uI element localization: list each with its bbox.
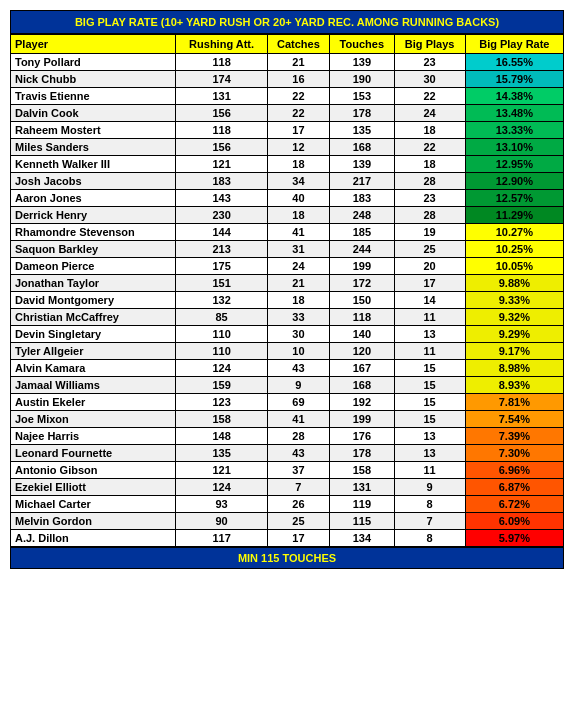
stat-cell: 15 [394, 394, 465, 411]
big-play-rate-cell: 14.38% [465, 88, 563, 105]
player-name: Melvin Gordon [11, 513, 176, 530]
player-name: Jonathan Taylor [11, 275, 176, 292]
stat-cell: 124 [176, 360, 267, 377]
table-row: Ezekiel Elliott124713196.87% [11, 479, 564, 496]
player-name: Antonio Gibson [11, 462, 176, 479]
big-play-rate-cell: 6.72% [465, 496, 563, 513]
stat-cell: 11 [394, 343, 465, 360]
player-name: Joe Mixon [11, 411, 176, 428]
table-row: Aaron Jones143401832312.57% [11, 190, 564, 207]
stat-cell: 8 [394, 496, 465, 513]
table-row: Joe Mixon15841199157.54% [11, 411, 564, 428]
stat-cell: 143 [176, 190, 267, 207]
big-play-rate-cell: 13.10% [465, 139, 563, 156]
player-name: Rhamondre Stevenson [11, 224, 176, 241]
player-name: Michael Carter [11, 496, 176, 513]
player-name: Christian McCaffrey [11, 309, 176, 326]
stat-cell: 17 [267, 122, 329, 139]
col-player: Player [11, 35, 176, 54]
big-play-rate-cell: 12.90% [465, 173, 563, 190]
stat-cell: 24 [394, 105, 465, 122]
table-row: Josh Jacobs183342172812.90% [11, 173, 564, 190]
stat-cell: 124 [176, 479, 267, 496]
player-name: Aaron Jones [11, 190, 176, 207]
big-play-rate-cell: 9.17% [465, 343, 563, 360]
big-play-rate-cell: 6.87% [465, 479, 563, 496]
stat-cell: 25 [267, 513, 329, 530]
stat-cell: 9 [267, 377, 329, 394]
stat-cell: 22 [394, 139, 465, 156]
header-row: Player Rushing Att. Catches Touches Big … [11, 35, 564, 54]
stat-cell: 139 [330, 54, 394, 71]
stat-cell: 168 [330, 377, 394, 394]
stat-cell: 175 [176, 258, 267, 275]
stat-cell: 230 [176, 207, 267, 224]
stat-cell: 37 [267, 462, 329, 479]
big-play-rate-cell: 9.33% [465, 292, 563, 309]
stat-cell: 14 [394, 292, 465, 309]
stat-cell: 199 [330, 411, 394, 428]
stat-cell: 132 [176, 292, 267, 309]
stat-cell: 17 [267, 530, 329, 547]
player-name: Tony Pollard [11, 54, 176, 71]
big-play-rate-cell: 12.57% [465, 190, 563, 207]
stat-cell: 174 [176, 71, 267, 88]
big-play-rate-cell: 10.25% [465, 241, 563, 258]
table-row: Kenneth Walker III121181391812.95% [11, 156, 564, 173]
stat-cell: 18 [394, 156, 465, 173]
big-play-rate-cell: 9.32% [465, 309, 563, 326]
big-play-rate-cell: 8.98% [465, 360, 563, 377]
table-row: Dameon Pierce175241992010.05% [11, 258, 564, 275]
col-touches: Touches [330, 35, 394, 54]
stat-cell: 18 [394, 122, 465, 139]
stat-cell: 11 [394, 462, 465, 479]
stat-cell: 183 [330, 190, 394, 207]
stat-cell: 168 [330, 139, 394, 156]
player-name: Leonard Fournette [11, 445, 176, 462]
big-play-rate-cell: 12.95% [465, 156, 563, 173]
stat-cell: 40 [267, 190, 329, 207]
stat-cell: 16 [267, 71, 329, 88]
table-row: Austin Ekeler12369192157.81% [11, 394, 564, 411]
big-play-rate-cell: 10.05% [465, 258, 563, 275]
stat-cell: 7 [394, 513, 465, 530]
player-name: Nick Chubb [11, 71, 176, 88]
big-play-rate-cell: 6.09% [465, 513, 563, 530]
table-footer: MIN 115 TOUCHES [10, 547, 564, 569]
player-name: David Montgomery [11, 292, 176, 309]
stat-cell: 8 [394, 530, 465, 547]
table-row: Travis Etienne131221532214.38% [11, 88, 564, 105]
player-name: Najee Harris [11, 428, 176, 445]
stat-cell: 158 [176, 411, 267, 428]
player-name: Dalvin Cook [11, 105, 176, 122]
stat-cell: 43 [267, 360, 329, 377]
player-name: Josh Jacobs [11, 173, 176, 190]
player-name: Austin Ekeler [11, 394, 176, 411]
big-play-rate-cell: 10.27% [465, 224, 563, 241]
stat-cell: 158 [330, 462, 394, 479]
big-play-rate-cell: 7.30% [465, 445, 563, 462]
table-row: Jamaal Williams1599168158.93% [11, 377, 564, 394]
stat-cell: 144 [176, 224, 267, 241]
stat-cell: 28 [394, 173, 465, 190]
col-bigplays: Big Plays [394, 35, 465, 54]
stat-cell: 12 [267, 139, 329, 156]
table-row: Nick Chubb174161903015.79% [11, 71, 564, 88]
stat-cell: 120 [330, 343, 394, 360]
player-name: Kenneth Walker III [11, 156, 176, 173]
stat-cell: 192 [330, 394, 394, 411]
stat-cell: 156 [176, 139, 267, 156]
stat-cell: 110 [176, 326, 267, 343]
stat-cell: 135 [176, 445, 267, 462]
table-row: Miles Sanders156121682213.10% [11, 139, 564, 156]
stat-cell: 244 [330, 241, 394, 258]
big-play-rate-cell: 7.39% [465, 428, 563, 445]
stat-cell: 69 [267, 394, 329, 411]
stat-cell: 131 [330, 479, 394, 496]
stat-cell: 18 [267, 207, 329, 224]
table-row: David Montgomery13218150149.33% [11, 292, 564, 309]
big-play-rate-cell: 8.93% [465, 377, 563, 394]
big-play-rate-cell: 7.81% [465, 394, 563, 411]
player-name: Dameon Pierce [11, 258, 176, 275]
stat-cell: 115 [330, 513, 394, 530]
